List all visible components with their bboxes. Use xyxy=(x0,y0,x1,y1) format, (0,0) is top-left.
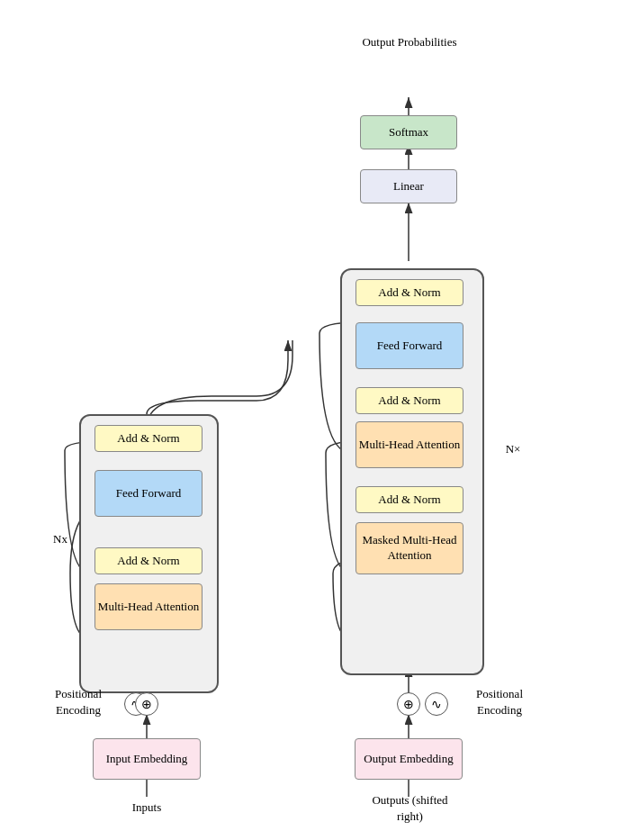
decoder-nx-label: N× xyxy=(500,441,526,457)
decoder-wave-symbol: ∿ xyxy=(425,692,448,716)
decoder-output-embedding: Output Embedding xyxy=(355,738,463,780)
inputs-label: Inputs xyxy=(115,799,178,816)
decoder-plus-symbol: ⊕ xyxy=(397,692,420,716)
encoder-add-norm-2: Add & Norm xyxy=(94,425,202,452)
encoder-input-embedding: Input Embedding xyxy=(93,738,201,780)
decoder-add-norm-2: Add & Norm xyxy=(356,387,464,414)
encoder-feed-forward: Feed Forward xyxy=(94,470,202,517)
output-probabilities-label: Output Probabilities xyxy=(351,34,468,50)
encoder-multi-head-attention: Multi-Head Attention xyxy=(94,583,202,630)
linear-box: Linear xyxy=(360,169,457,203)
decoder-positional-encoding-label: Positional Encoding xyxy=(454,686,544,718)
outputs-label: Outputs (shifted right) xyxy=(358,792,462,825)
decoder-add-norm-3: Add & Norm xyxy=(356,486,464,513)
encoder-nx-label: Nx xyxy=(47,531,74,547)
encoder-positional-encoding-label: Positional Encoding xyxy=(38,686,119,718)
decoder-feed-forward: Feed Forward xyxy=(356,322,464,369)
encoder-plus-symbol: ⊕ xyxy=(135,692,158,716)
softmax-box: Softmax xyxy=(360,115,457,149)
decoder-masked-attention: Masked Multi-Head Attention xyxy=(356,522,464,574)
decoder-multi-head-attention: Multi-Head Attention xyxy=(356,421,464,468)
decoder-add-norm-1: Add & Norm xyxy=(356,279,464,306)
encoder-add-norm-1: Add & Norm xyxy=(94,547,202,574)
